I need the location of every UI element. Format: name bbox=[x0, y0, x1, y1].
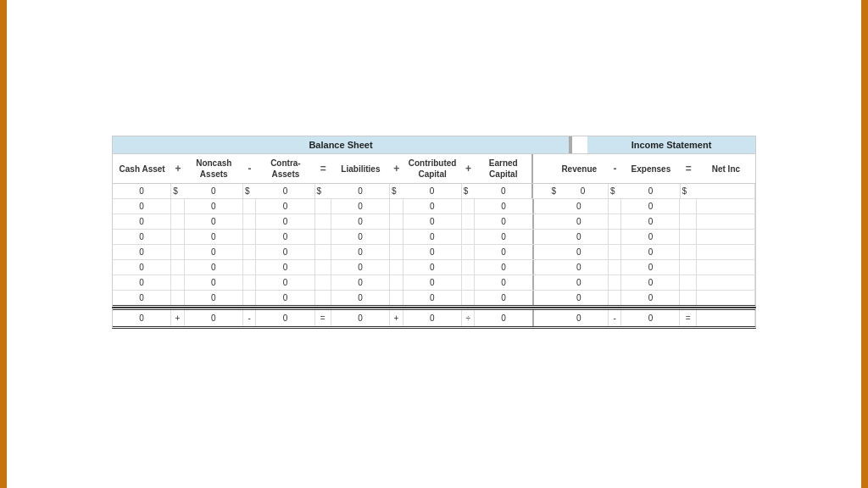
cell-r1-noncash[interactable]: 0 bbox=[185, 199, 243, 214]
cell-r6-earned[interactable]: 0 bbox=[475, 275, 533, 290]
cell-r0-netinc[interactable] bbox=[697, 184, 755, 198]
cell-r4-exp[interactable]: 0 bbox=[621, 245, 680, 259]
op-plus-2: + bbox=[390, 154, 403, 183]
column-headers: Cash Asset + Noncash Assets - Contra-Ass… bbox=[112, 153, 756, 183]
cell-r2-netinc[interactable] bbox=[697, 214, 755, 229]
cell-r7-noncash[interactable]: 0 bbox=[185, 291, 243, 305]
cell-r1-earned[interactable]: 0 bbox=[475, 199, 533, 214]
total-exp: 0 bbox=[621, 310, 680, 326]
cell-r7-liab[interactable]: 0 bbox=[331, 291, 390, 305]
cell-r1-liab[interactable]: 0 bbox=[331, 199, 390, 214]
cell-r4-netinc[interactable] bbox=[697, 245, 755, 259]
cell-r2-noncash[interactable]: 0 bbox=[185, 214, 243, 229]
cell-r4-cash[interactable]: 0 bbox=[113, 245, 171, 259]
cell-r6-contra[interactable]: 0 bbox=[256, 275, 314, 290]
total-contrib: 0 bbox=[403, 310, 462, 326]
liabilities-col-header: Liabilities bbox=[331, 154, 390, 183]
cell-r7-exp[interactable]: 0 bbox=[621, 291, 680, 305]
dollar-3: $ bbox=[315, 184, 331, 198]
cell-r4-noncash[interactable]: 0 bbox=[185, 245, 243, 259]
cell-r5-contrib[interactable]: 0 bbox=[403, 260, 462, 274]
cell-r5-rev[interactable]: 0 bbox=[550, 260, 609, 274]
spacer-r1-5 bbox=[462, 199, 476, 214]
cell-r2-exp[interactable]: 0 bbox=[621, 214, 680, 229]
cell-r4-contrib[interactable]: 0 bbox=[403, 245, 462, 259]
total-liab: 0 bbox=[331, 310, 390, 326]
data-row-5: 0 0 0 0 0 0 0 0 bbox=[112, 260, 756, 275]
spacer-r1-6 bbox=[609, 199, 622, 214]
cell-r3-cash[interactable]: 0 bbox=[113, 230, 171, 244]
cell-r4-contra[interactable]: 0 bbox=[256, 245, 314, 259]
cell-r6-rev[interactable]: 0 bbox=[550, 275, 609, 290]
data-row-7: 0 0 0 0 0 0 0 0 bbox=[112, 291, 756, 308]
cell-r4-rev[interactable]: 0 bbox=[550, 245, 609, 259]
cell-r3-noncash[interactable]: 0 bbox=[185, 230, 243, 244]
cell-r5-noncash[interactable]: 0 bbox=[185, 260, 243, 274]
cell-r2-contra[interactable]: 0 bbox=[256, 214, 314, 229]
balance-sheet-header: Balance Sheet bbox=[113, 136, 570, 153]
income-statement-header: Income Statement bbox=[587, 136, 755, 153]
cell-r2-liab[interactable]: 0 bbox=[331, 214, 390, 229]
cell-r0-contra[interactable]: 0 bbox=[256, 184, 314, 198]
cell-r1-contrib[interactable]: 0 bbox=[403, 199, 462, 214]
cell-r4-earned[interactable]: 0 bbox=[475, 245, 533, 259]
total-op7: = bbox=[680, 310, 696, 326]
op-minus-2: - bbox=[609, 154, 621, 183]
cell-r7-contra[interactable]: 0 bbox=[256, 291, 314, 305]
cell-r0-liab[interactable]: 0 bbox=[331, 184, 390, 198]
cell-r7-contrib[interactable]: 0 bbox=[403, 291, 462, 305]
total-noncash: 0 bbox=[185, 310, 243, 326]
cell-r3-liab[interactable]: 0 bbox=[331, 230, 390, 244]
cell-r0-exp[interactable]: 0 bbox=[621, 184, 680, 198]
cell-r5-exp[interactable]: 0 bbox=[621, 260, 680, 274]
cell-r1-exp[interactable]: 0 bbox=[621, 199, 680, 214]
cell-r1-rev[interactable]: 0 bbox=[550, 199, 609, 214]
dollar-1: $ bbox=[171, 184, 184, 198]
cell-r5-liab[interactable]: 0 bbox=[331, 260, 390, 274]
cell-r1-netinc[interactable] bbox=[697, 199, 755, 214]
total-op2: - bbox=[243, 310, 257, 326]
cell-r1-contra[interactable]: 0 bbox=[256, 199, 314, 214]
cell-r6-exp[interactable]: 0 bbox=[621, 275, 680, 290]
cash-asset-col-header: Cash Asset bbox=[113, 154, 171, 183]
noncash-assets-col-header: Noncash Assets bbox=[185, 154, 243, 183]
op-equals-1: = bbox=[315, 154, 331, 183]
cell-r0-noncash[interactable]: 0 bbox=[185, 184, 243, 198]
cell-r7-cash[interactable]: 0 bbox=[113, 291, 171, 305]
cell-r2-earned[interactable]: 0 bbox=[475, 214, 533, 229]
data-row-dollar: 0 $ 0 $ 0 $ 0 $ 0 $ 0 $ 0 $ 0 $ bbox=[112, 183, 756, 199]
cell-r5-contra[interactable]: 0 bbox=[256, 260, 314, 274]
main-content: Balance Sheet Income Statement Cash Asse… bbox=[7, 0, 861, 488]
total-cash: 0 bbox=[113, 310, 171, 326]
cell-r3-netinc[interactable] bbox=[697, 230, 755, 244]
cell-r3-rev[interactable]: 0 bbox=[550, 230, 609, 244]
cell-r2-cash[interactable]: 0 bbox=[113, 214, 171, 229]
cell-r0-cash[interactable]: 0 bbox=[113, 184, 171, 198]
cell-r4-liab[interactable]: 0 bbox=[331, 245, 390, 259]
cell-r6-contrib[interactable]: 0 bbox=[403, 275, 462, 290]
data-row-2: 0 0 0 0 0 0 0 0 bbox=[112, 214, 756, 230]
cell-r1-cash[interactable]: 0 bbox=[113, 199, 171, 214]
cell-r7-earned[interactable]: 0 bbox=[475, 291, 533, 305]
cell-r3-exp[interactable]: 0 bbox=[621, 230, 680, 244]
cell-r6-noncash[interactable]: 0 bbox=[185, 275, 243, 290]
cell-r5-netinc[interactable] bbox=[697, 260, 755, 274]
contra-assets-col-header: Contra-Assets bbox=[256, 154, 314, 183]
cell-r0-earned[interactable]: 0 bbox=[475, 184, 533, 198]
cell-r5-cash[interactable]: 0 bbox=[113, 260, 171, 274]
cell-r2-rev[interactable]: 0 bbox=[550, 214, 609, 229]
cell-r6-liab[interactable]: 0 bbox=[331, 275, 390, 290]
cell-r6-netinc[interactable] bbox=[697, 275, 755, 290]
totals-row: 0 + 0 - 0 = 0 + 0 ÷ 0 0 - 0 = bbox=[112, 308, 756, 329]
cell-r3-contrib[interactable]: 0 bbox=[403, 230, 462, 244]
cell-r3-contra[interactable]: 0 bbox=[256, 230, 314, 244]
data-row-4: 0 0 0 0 0 0 0 0 bbox=[112, 245, 756, 260]
cell-r6-cash[interactable]: 0 bbox=[113, 275, 171, 290]
cell-r2-contrib[interactable]: 0 bbox=[403, 214, 462, 229]
cell-r7-netinc[interactable] bbox=[697, 291, 755, 305]
cell-r5-earned[interactable]: 0 bbox=[475, 260, 533, 274]
cell-r7-rev[interactable]: 0 bbox=[550, 291, 609, 305]
cell-r3-earned[interactable]: 0 bbox=[475, 230, 533, 244]
cell-r0-contrib[interactable]: 0 bbox=[403, 184, 461, 198]
cell-r0-rev[interactable]: 0 bbox=[558, 184, 609, 198]
